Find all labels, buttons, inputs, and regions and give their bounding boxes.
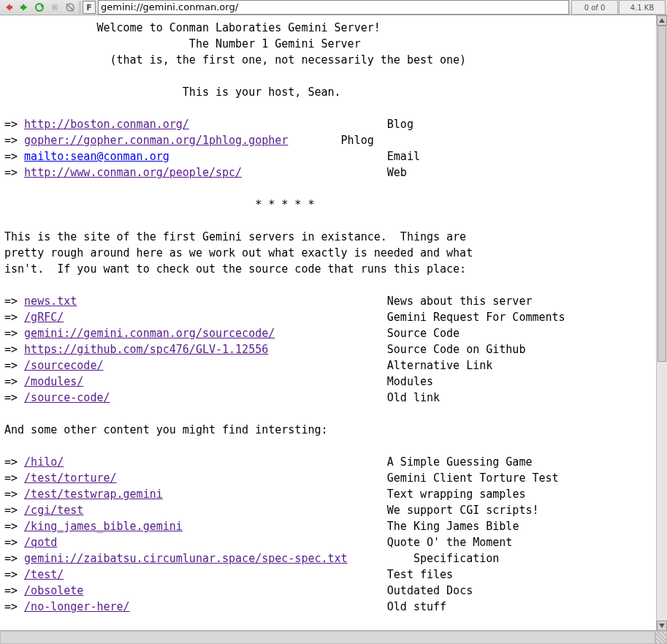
link[interactable]: /cgi/test [24, 504, 83, 517]
forward-button[interactable] [17, 0, 31, 15]
back-button[interactable] [1, 0, 16, 15]
link[interactable]: gemini://zaibatsu.circumlunar.space/spec… [24, 552, 348, 565]
scroll-down-button[interactable] [657, 621, 667, 631]
page-size: 4.1 KB [619, 0, 666, 15]
toolbar: F 0 of 0 4.1 KB [0, 0, 667, 15]
link[interactable]: /sourcecode/ [24, 359, 103, 372]
link[interactable]: http://boston.conman.org/ [24, 118, 189, 131]
url-input[interactable] [98, 0, 569, 15]
svg-point-4 [36, 4, 43, 11]
protocol-tag[interactable]: F [83, 1, 96, 14]
svg-rect-1 [9, 6, 12, 9]
vertical-scrollbar[interactable] [656, 15, 667, 631]
separator [79, 1, 81, 14]
svg-rect-3 [20, 6, 23, 9]
link[interactable]: news.txt [24, 295, 77, 308]
home-button[interactable] [63, 0, 77, 15]
link[interactable]: /source-code/ [24, 391, 110, 404]
link[interactable]: /test/testwrap.gemini [24, 488, 163, 501]
page-counter: 0 of 0 [571, 0, 618, 15]
link[interactable]: mailto:sean@conman.org [24, 150, 169, 163]
link[interactable]: https://github.com/spc476/GLV-1.12556 [24, 343, 268, 356]
link[interactable]: /obsolete [24, 584, 83, 597]
link[interactable]: /king_james_bible.gemini [24, 520, 183, 533]
link[interactable]: gopher://gopher.conman.org/1phlog.gopher [24, 134, 288, 147]
scroll-track[interactable] [657, 26, 667, 621]
link[interactable]: /qotd [24, 536, 57, 549]
link[interactable]: http://www.conman.org/people/spc/ [24, 166, 242, 179]
link[interactable]: /no-longer-here/ [24, 600, 130, 613]
link[interactable]: gemini://gemini.conman.org/sourcecode/ [24, 327, 275, 340]
page-content: Welcome to Conman Laboraties Gemini Serv… [0, 15, 656, 631]
reload-button[interactable] [32, 0, 47, 15]
resize-grip[interactable] [655, 631, 667, 644]
link[interactable]: /test/ [24, 568, 64, 581]
scroll-up-button[interactable] [657, 15, 667, 26]
status-text [0, 631, 655, 644]
link[interactable]: /hilo/ [24, 455, 64, 469]
status-bar [0, 630, 667, 644]
link[interactable]: /gRFC/ [24, 311, 64, 324]
scroll-thumb[interactable] [658, 26, 666, 362]
link[interactable]: /modules/ [24, 375, 83, 388]
link[interactable]: /test/torture/ [24, 471, 116, 485]
stop-button[interactable] [47, 0, 62, 15]
